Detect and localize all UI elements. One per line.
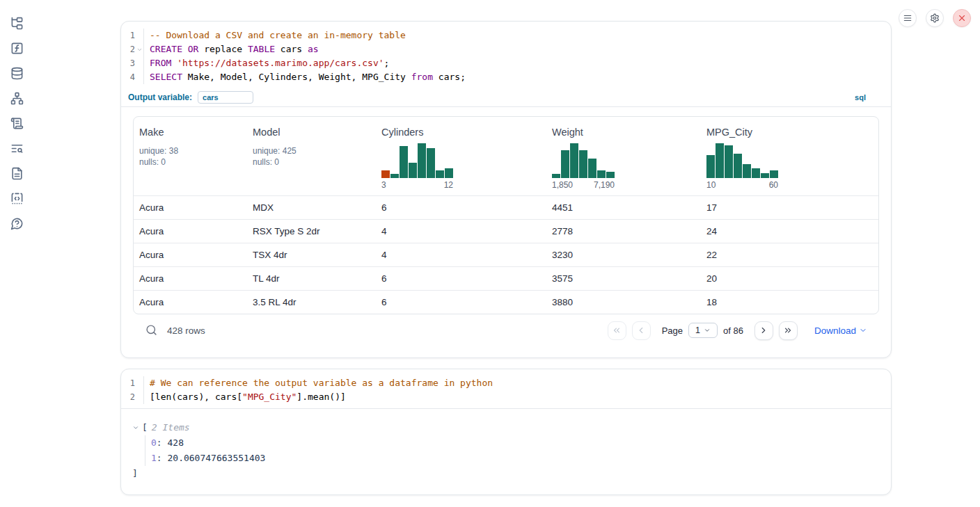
- tree-entry: 1: 20.060747663551403: [151, 451, 880, 466]
- page-select[interactable]: 1: [688, 323, 718, 338]
- sql-output: Makeunique: 38nulls: 0Modelunique: 425nu…: [121, 107, 891, 346]
- fold-gutter-icon[interactable]: [135, 45, 143, 54]
- line-number: 1: [121, 376, 144, 390]
- sidebar-item-file-explorer[interactable]: [10, 17, 24, 30]
- settings-button[interactable]: [926, 9, 944, 27]
- sidebar-item-logs[interactable]: [10, 117, 24, 130]
- hist-min-label: 1,850: [552, 180, 573, 190]
- sidebar-item-documentation[interactable]: [10, 167, 24, 180]
- code-text: CREATE OR replace TABLE cars as: [144, 42, 319, 56]
- line-number: 4: [121, 70, 144, 84]
- network-icon: [10, 92, 24, 105]
- table-cell: Acura: [134, 267, 247, 290]
- column-title[interactable]: Make: [139, 127, 242, 138]
- python-code-editor[interactable]: 1# We can reference the output variable …: [121, 369, 891, 409]
- histogram-bar: [427, 148, 435, 178]
- table-cell: TL 4dr: [247, 267, 376, 290]
- database-icon: [10, 67, 24, 80]
- data-table: Makeunique: 38nulls: 0Modelunique: 425nu…: [133, 116, 879, 314]
- sidebar-item-dependencies[interactable]: [10, 92, 24, 105]
- last-page-button[interactable]: [779, 321, 798, 340]
- sidebar-item-search-logs[interactable]: [10, 142, 24, 155]
- table-cell: 24: [701, 220, 878, 243]
- histogram-bar: [761, 173, 769, 178]
- page-label: Page: [662, 325, 683, 336]
- histogram-bar: [716, 143, 724, 178]
- column-header-make: Makeunique: 38nulls: 0: [134, 117, 247, 195]
- settings-icon: [930, 13, 940, 23]
- column-title[interactable]: MPG_City: [706, 127, 873, 138]
- table-row: AcuraRSX Type S 2dr4277824: [134, 219, 878, 243]
- histogram-bar: [418, 143, 426, 178]
- sidebar-item-variables[interactable]: [10, 42, 24, 55]
- table-cell: 6: [376, 267, 546, 290]
- histogram-bar: [552, 174, 560, 178]
- open-bracket: [: [142, 420, 148, 435]
- code-text: # We can reference the output variable a…: [144, 376, 493, 390]
- sql-cell-footer: Output variable: sql: [121, 88, 891, 107]
- code-line: 4SELECT Make, Model, Cylinders, Weight, …: [121, 70, 891, 84]
- column-title[interactable]: Weight: [552, 127, 695, 138]
- sql-code-editor[interactable]: 1-- Download a CSV and create an in-memo…: [121, 22, 891, 88]
- table-cell: 20: [701, 267, 878, 290]
- histogram-bar: [770, 170, 778, 178]
- histogram-bar: [734, 154, 742, 178]
- histogram-bar: [445, 168, 453, 178]
- entry-key: 1: [151, 453, 157, 463]
- line-number: 3: [121, 56, 144, 70]
- column-histogram: 312: [381, 142, 453, 190]
- x-icon: [957, 13, 967, 23]
- table-footer: 428 rows Page 1 of 86 Download: [133, 314, 879, 346]
- table-cell: Acura: [134, 196, 247, 219]
- sidebar-item-datasources[interactable]: [10, 67, 24, 80]
- histogram-bar: [597, 170, 606, 178]
- histogram-bar: [579, 150, 587, 178]
- table-cell: 4: [376, 220, 546, 243]
- scroll-text-icon: [10, 117, 24, 130]
- histogram-bar: [752, 168, 760, 178]
- table-row: Acura3.5 RL 4dr6388018: [134, 290, 878, 314]
- column-title[interactable]: Model: [253, 127, 370, 138]
- table-cell: Acura: [134, 220, 247, 243]
- sidebar-item-snippets[interactable]: [10, 192, 24, 205]
- table-cell: 4451: [546, 196, 701, 219]
- file-text-icon: [10, 167, 24, 180]
- python-cell: 1# We can reference the output variable …: [120, 369, 892, 495]
- table-cell: 3230: [546, 243, 701, 266]
- column-histogram: 1060: [706, 142, 778, 190]
- column-title[interactable]: Cylinders: [381, 127, 541, 138]
- search-icon[interactable]: [145, 324, 157, 337]
- sql-cell: 1-- Download a CSV and create an in-memo…: [120, 21, 892, 358]
- tree-icon: [10, 17, 24, 30]
- output-variable-label: Output variable:: [128, 92, 192, 102]
- prev-page-button[interactable]: [632, 321, 651, 340]
- output-variable-input[interactable]: [198, 91, 253, 104]
- column-header-model: Modelunique: 425nulls: 0: [247, 117, 376, 195]
- entry-key: 0: [151, 437, 157, 448]
- menu-button[interactable]: [899, 9, 917, 27]
- table-row: AcuraTL 4dr6357520: [134, 266, 878, 290]
- next-page-button[interactable]: [754, 321, 773, 340]
- python-output: [ 2 Items 0: 4281: 20.060747663551403 ]: [121, 409, 891, 490]
- line-number: 2: [121, 42, 144, 56]
- hist-max-label: 7,190: [594, 180, 615, 190]
- histogram-bar: [400, 146, 408, 178]
- text-search-icon: [10, 142, 24, 155]
- table-cell: TSX 4dr: [247, 243, 376, 266]
- download-button[interactable]: Download: [814, 325, 867, 336]
- code-line: 3FROM 'https://datasets.marimo.app/cars.…: [121, 56, 891, 70]
- column-header-mpg_city: MPG_City1060: [701, 117, 878, 195]
- code-line: 1-- Download a CSV and create an in-memo…: [121, 29, 891, 42]
- histogram-bar: [436, 170, 444, 178]
- table-cell: 17: [701, 196, 878, 219]
- histogram-bar: [706, 155, 715, 178]
- row-count: 428 rows: [167, 325, 205, 336]
- histogram-bar: [606, 172, 615, 178]
- code-line: 1# We can reference the output variable …: [121, 376, 891, 390]
- histogram-bar: [561, 150, 569, 178]
- sidebar-item-help[interactable]: [10, 217, 24, 230]
- collapse-icon[interactable]: [132, 424, 141, 432]
- first-page-button[interactable]: [608, 321, 626, 340]
- column-stats: unique: 38nulls: 0: [139, 145, 242, 168]
- shutdown-button[interactable]: [953, 9, 971, 27]
